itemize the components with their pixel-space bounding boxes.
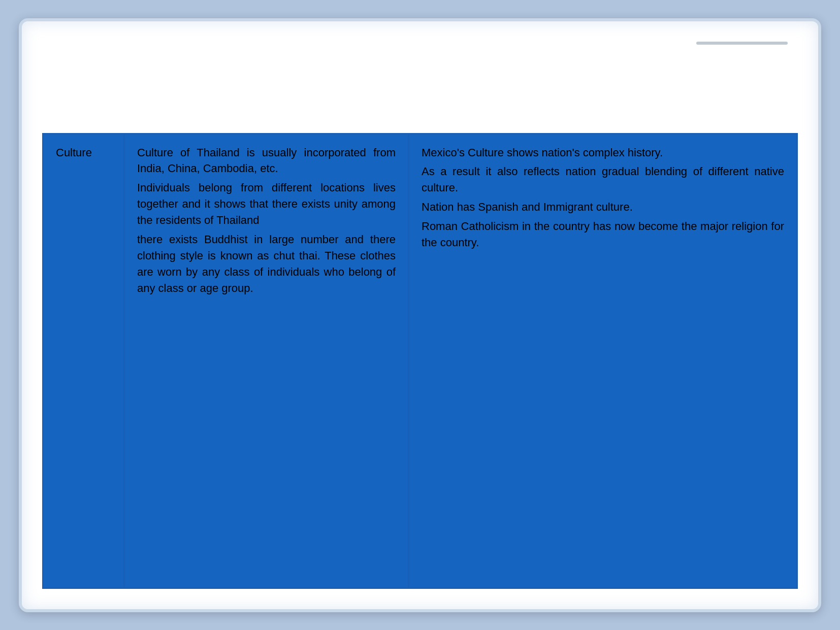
mexico-para-3: Nation has Spanish and Immigrant culture… bbox=[422, 199, 784, 215]
table-area: Culture Culture of Thailand is usually i… bbox=[32, 133, 808, 599]
mexico-para-4: Roman Catholicism in the country has now… bbox=[422, 218, 784, 251]
label-text: Culture bbox=[56, 146, 92, 159]
marker-tray bbox=[696, 42, 788, 45]
top-area bbox=[32, 31, 808, 133]
table-row: Culture Culture of Thailand is usually i… bbox=[43, 134, 797, 588]
mexico-para-2: As a result it also reflects nation grad… bbox=[422, 163, 784, 196]
comparison-table: Culture Culture of Thailand is usually i… bbox=[42, 133, 798, 589]
mexico-para-1: Mexico's Culture shows nation's complex … bbox=[422, 145, 784, 161]
row-label: Culture bbox=[43, 134, 124, 588]
whiteboard: Culture Culture of Thailand is usually i… bbox=[19, 18, 821, 612]
thailand-para-1: Culture of Thailand is usually incorpora… bbox=[137, 145, 396, 177]
thailand-para-3: there exists Buddhist in large number an… bbox=[137, 231, 396, 296]
thailand-para-2: Individuals belong from different locati… bbox=[137, 180, 396, 228]
mexico-cell: Mexico's Culture shows nation's complex … bbox=[409, 134, 797, 588]
thailand-cell: Culture of Thailand is usually incorpora… bbox=[124, 134, 409, 588]
